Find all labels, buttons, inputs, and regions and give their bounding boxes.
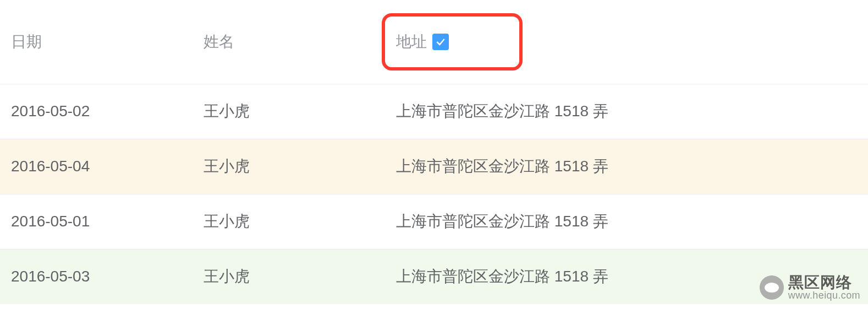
cell-name: 王小虎 <box>193 139 385 194</box>
cell-date: 2016-05-01 <box>0 194 193 249</box>
data-table: 日期 姓名 地址 2016-05-02 王小虎 上海市普陀区金沙江路 1518 … <box>0 0 868 304</box>
cell-addr: 上海市普陀区金沙江路 1518 弄 <box>385 139 868 194</box>
watermark: 黑区网络 www.heiqu.com <box>760 274 860 301</box>
cell-date: 2016-05-03 <box>0 249 193 304</box>
column-header-name[interactable]: 姓名 <box>193 0 385 84</box>
mushroom-icon <box>760 275 784 300</box>
column-header-date[interactable]: 日期 <box>0 0 193 84</box>
cell-addr: 上海市普陀区金沙江路 1518 弄 <box>385 84 868 139</box>
watermark-title: 黑区网络 <box>788 274 860 290</box>
cell-date: 2016-05-02 <box>0 84 193 139</box>
addr-checkbox[interactable] <box>432 34 449 50</box>
column-header-addr-label: 地址 <box>396 31 427 52</box>
cell-name: 王小虎 <box>193 249 385 304</box>
table-row[interactable]: 2016-05-04 王小虎 上海市普陀区金沙江路 1518 弄 <box>0 139 868 194</box>
table-row[interactable]: 2016-05-01 王小虎 上海市普陀区金沙江路 1518 弄 <box>0 194 868 249</box>
cell-date: 2016-05-04 <box>0 139 193 194</box>
table-row[interactable]: 2016-05-03 王小虎 上海市普陀区金沙江路 1518 弄 <box>0 249 868 304</box>
watermark-url: www.heiqu.com <box>788 290 860 301</box>
cell-name: 王小虎 <box>193 194 385 249</box>
column-header-addr[interactable]: 地址 <box>385 0 868 84</box>
check-icon <box>435 36 446 47</box>
cell-name: 王小虎 <box>193 84 385 139</box>
cell-addr: 上海市普陀区金沙江路 1518 弄 <box>385 194 868 249</box>
table-row[interactable]: 2016-05-02 王小虎 上海市普陀区金沙江路 1518 弄 <box>0 84 868 139</box>
table-header-row: 日期 姓名 地址 <box>0 0 868 84</box>
